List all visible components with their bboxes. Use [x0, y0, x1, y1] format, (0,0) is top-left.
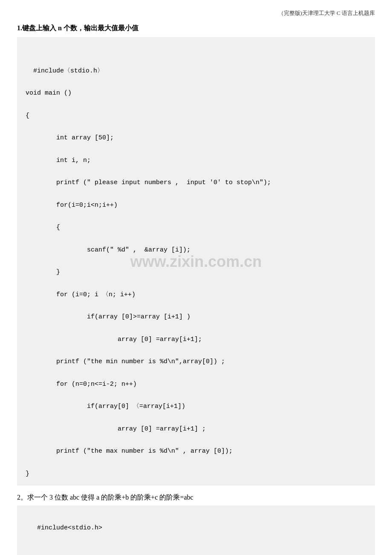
code-line1: #include<stdio.h>: [33, 524, 102, 532]
section2-title: 2。求一个 3 位数 abc 使得 a 的阶乘+b 的阶乘+c 的阶乘=abc: [17, 491, 375, 503]
section1-title: 1.键盘上输入 n 个数，输出最大值最小值: [17, 22, 375, 34]
code-block-2: #include<stdio.h> void main(): [17, 506, 375, 555]
header-title: （完整版)天津理工大学 C 语言上机题库: [17, 9, 375, 18]
code-block-1: www.zixin.com.cn #include〈stdio.h〉 void …: [17, 37, 375, 486]
code-content-1: #include〈stdio.h〉 void main () { int arr…: [26, 67, 271, 477]
